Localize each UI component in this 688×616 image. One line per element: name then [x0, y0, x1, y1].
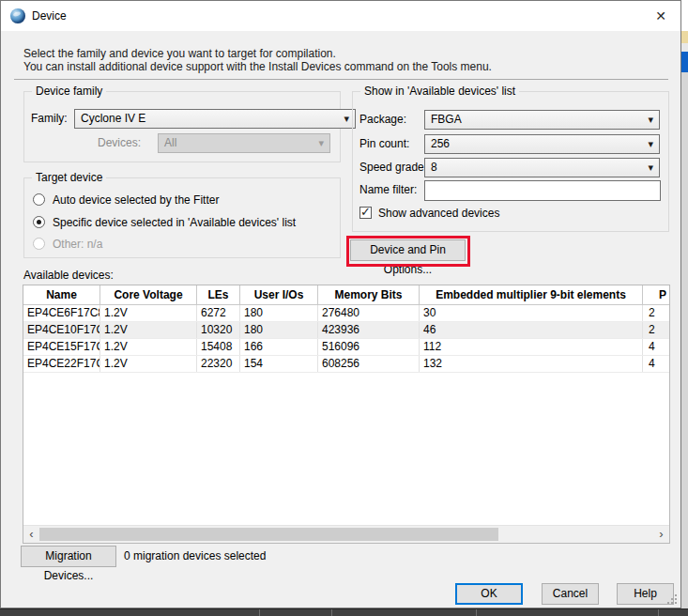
cell-memory-bits: 608256: [318, 356, 420, 372]
name-filter-input[interactable]: [424, 180, 661, 201]
chevron-down-icon: ▾: [648, 159, 653, 177]
family-combobox[interactable]: Cyclone IV E ▾: [74, 109, 356, 129]
chevron-down-icon: ▾: [318, 134, 324, 152]
background-window-bottom-strip: [0, 608, 688, 616]
horizontal-scrollbar[interactable]: ‹ ›: [23, 525, 669, 543]
device-family-group: Device family Family: Cyclone IV E ▾ Dev…: [23, 91, 341, 162]
cell-embedded-multiplier: 30: [420, 305, 643, 321]
ok-button[interactable]: OK: [455, 583, 523, 605]
cell-core-voltage: 1.2V: [100, 356, 197, 372]
checkbox-checked-icon: ✓: [359, 207, 372, 219]
family-combobox-value: Cyclone IV E: [81, 112, 145, 125]
column-header-user-ios[interactable]: User I/Os: [240, 285, 318, 304]
radio-auto-device-label: Auto device selected by the Fitter: [53, 192, 219, 208]
cell-user-ios: 180: [240, 322, 318, 338]
chevron-down-icon: ▾: [648, 135, 653, 153]
migration-devices-button[interactable]: Migration Devices...: [21, 546, 116, 567]
show-advanced-devices-label: Show advanced devices: [378, 207, 499, 220]
cancel-button[interactable]: Cancel: [542, 583, 599, 605]
devices-label: Devices:: [98, 133, 141, 153]
cell-memory-bits: 276480: [318, 305, 420, 321]
cell-embedded-multiplier: 46: [420, 322, 643, 338]
family-label: Family:: [31, 109, 68, 129]
cell-user-ios: 154: [240, 356, 318, 372]
cell-name: EP4CE22F17C8: [23, 356, 100, 372]
cell-core-voltage: 1.2V: [100, 339, 197, 355]
show-available-devices-group-title: Show in 'Available devices' list: [360, 85, 519, 98]
device-and-pin-options-button[interactable]: Device and Pin Options...: [350, 239, 466, 261]
device-dialog: Device ✕ Select the family and device yo…: [0, 0, 681, 608]
cell-embedded-multiplier: 132: [420, 356, 643, 372]
radio-other-device-label: Other: n/a: [53, 237, 102, 252]
cell-embedded-multiplier: 112: [420, 339, 643, 355]
instruction-line-1: Select the family and device you want to…: [23, 47, 492, 60]
cell-user-ios: 180: [240, 305, 318, 321]
cell-name: EP4CE15F17C8: [23, 339, 100, 355]
close-icon[interactable]: ✕: [647, 5, 675, 27]
column-header-plls-partial[interactable]: P: [643, 285, 669, 304]
chevron-down-icon: ▾: [648, 111, 653, 129]
devices-combobox[interactable]: All ▾: [158, 133, 330, 153]
column-header-name[interactable]: Name: [23, 285, 100, 304]
scroll-right-icon[interactable]: ›: [653, 526, 669, 543]
cell-plls: 4: [643, 356, 669, 372]
radio-icon: [33, 193, 45, 206]
available-devices-table: Name Core Voltage LEs User I/Os Memory B…: [23, 285, 670, 544]
cell-memory-bits: 516096: [318, 339, 420, 355]
pin-count-combobox-value: 256: [431, 137, 450, 150]
speed-grade-label: Speed grade:: [359, 158, 427, 177]
scrollbar-thumb[interactable]: [39, 528, 498, 541]
column-header-core-voltage[interactable]: Core Voltage: [100, 285, 197, 304]
column-header-embedded-multiplier[interactable]: Embedded multiplier 9-bit elements: [420, 285, 643, 304]
cell-les: 15408: [197, 339, 240, 355]
dialog-instructions: Select the family and device you want to…: [23, 47, 492, 73]
target-device-group: Target device Auto device selected by th…: [23, 177, 341, 258]
radio-specific-device-label: Specific device selected in 'Available d…: [53, 215, 296, 230]
migration-status-text: 0 migration devices selected: [124, 549, 266, 562]
cell-memory-bits: 423936: [318, 322, 420, 338]
speed-grade-combobox-value: 8: [431, 161, 437, 174]
column-header-les[interactable]: LEs: [197, 285, 240, 304]
radio-disabled-icon: [33, 238, 45, 250]
table-header-row: Name Core Voltage LEs User I/Os Memory B…: [23, 285, 669, 305]
screen: Device ✕ Select the family and device yo…: [0, 0, 688, 616]
devices-combobox-value: All: [164, 136, 176, 149]
quartus-app-icon: [10, 8, 25, 23]
pin-count-combobox[interactable]: 256 ▾: [424, 134, 660, 154]
titlebar[interactable]: Device ✕: [1, 1, 680, 31]
table-row[interactable]: EP4CE15F17C8 1.2V 15408 166 516096 112 4: [23, 339, 669, 356]
background-window-sliver: [681, 0, 688, 608]
device-family-group-title: Device family: [32, 85, 106, 98]
cell-les: 6272: [197, 305, 240, 321]
table-row[interactable]: EP4CE6F17C8 1.2V 6272 180 276480 30 2: [23, 305, 669, 322]
package-label: Package:: [359, 110, 406, 130]
scroll-left-icon[interactable]: ‹: [23, 526, 39, 543]
target-device-group-title: Target device: [32, 171, 106, 184]
window-title: Device: [32, 9, 67, 23]
separator-line: [14, 79, 668, 80]
radio-selected-icon: [33, 216, 45, 228]
cell-plls: 4: [643, 339, 669, 355]
package-combobox[interactable]: FBGA ▾: [424, 110, 660, 130]
table-row[interactable]: EP4CE22F17C8 1.2V 22320 154 608256 132 4: [23, 356, 669, 373]
cell-les: 22320: [197, 356, 240, 372]
available-devices-label: Available devices:: [23, 269, 114, 282]
cell-plls: 2: [643, 305, 669, 321]
cell-plls: 2: [643, 322, 669, 338]
cell-core-voltage: 1.2V: [100, 305, 197, 321]
cell-name: EP4CE6F17C8: [23, 305, 100, 321]
speed-grade-combobox[interactable]: 8 ▾: [424, 158, 660, 177]
pin-count-label: Pin count:: [359, 134, 409, 154]
column-header-memory-bits[interactable]: Memory Bits: [318, 285, 420, 304]
show-available-devices-group: Show in 'Available devices' list Package…: [352, 91, 669, 232]
cell-core-voltage: 1.2V: [100, 322, 197, 338]
package-combobox-value: FBGA: [431, 113, 462, 126]
cell-les: 10320: [197, 322, 240, 338]
instruction-line-2: You can install additional device suppor…: [23, 60, 492, 73]
chevron-down-icon: ▾: [344, 110, 349, 128]
cell-name: EP4CE10F17C8: [23, 322, 100, 338]
name-filter-label: Name filter:: [359, 180, 417, 200]
table-row[interactable]: EP4CE10F17C8 1.2V 10320 180 423936 46 2: [23, 322, 669, 339]
resize-grip[interactable]: [665, 593, 677, 604]
cell-user-ios: 166: [240, 339, 318, 355]
